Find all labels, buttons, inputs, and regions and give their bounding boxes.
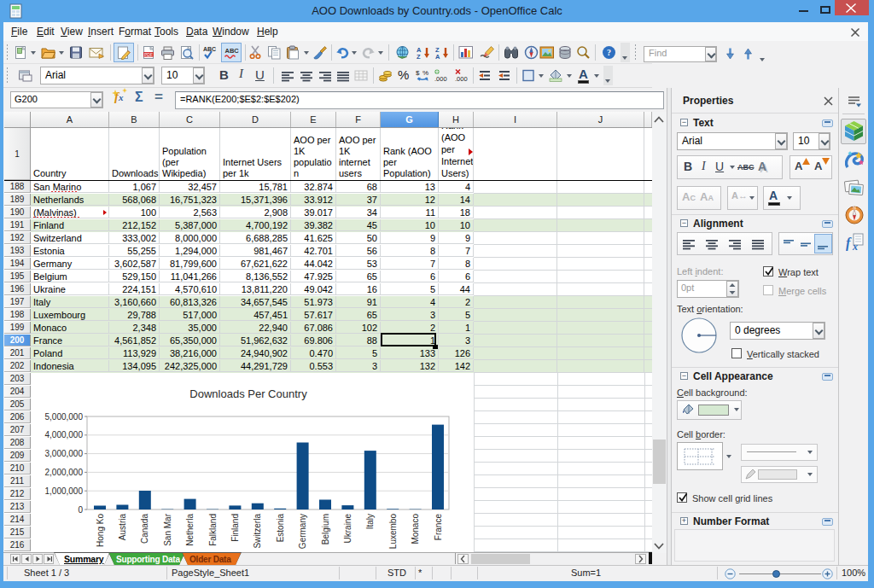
svg-text:Monaco: Monaco [411,514,420,544]
svg-text:Germany: Germany [298,514,307,549]
svg-text:f: f [846,236,852,251]
svg-text:PDF: PDF [144,52,153,57]
svg-text:Estonia: Estonia [276,514,285,543]
svg-text:Falkland: Falkland [208,514,218,546]
svg-text:5,000,000: 5,000,000 [45,412,84,422]
svg-text:1,000,000: 1,000,000 [45,486,84,496]
svg-text:ABC: ABC [203,46,216,52]
svg-text:N: N [853,206,856,210]
svg-text:Netherla: Netherla [185,514,195,546]
svg-text:Luxembo: Luxembo [388,514,398,550]
svg-text:Switzerla: Switzerla [253,514,262,549]
svg-text:Hong Ko: Hong Ko [96,514,105,547]
svg-text:Downloads Per Country: Downloads Per Country [189,387,307,400]
svg-text:x: x [852,241,858,251]
svg-text:Belgium: Belgium [321,514,330,544]
svg-text:$: $ [416,69,420,77]
svg-text:4,000,000: 4,000,000 [45,430,84,440]
svg-text:ABC: ABC [225,47,240,55]
svg-text:San Mar: San Mar [163,513,172,545]
svg-text:2,000,000: 2,000,000 [45,468,84,477]
svg-text:?: ? [607,48,611,57]
svg-text:.000: .000 [434,75,447,83]
svg-text:Austria: Austria [118,514,127,541]
svg-text:Italy: Italy [365,514,375,529]
svg-text:0: 0 [78,505,83,515]
svg-text:.000: .000 [455,75,468,83]
svg-text:A: A [435,53,440,61]
svg-text:Z: Z [417,53,421,61]
svg-text:Ukraine: Ukraine [343,514,353,544]
svg-text:3,000,000: 3,000,000 [45,449,84,458]
svg-text:Canada: Canada [140,514,149,544]
svg-text:Finland: Finland [230,514,240,542]
svg-text:France: France [434,514,443,541]
svg-text:%: % [422,69,428,77]
